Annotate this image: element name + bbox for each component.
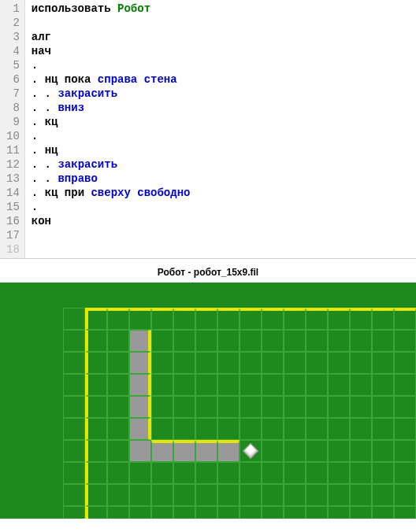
grid-cell bbox=[372, 396, 394, 418]
line-number: 16 bbox=[6, 214, 20, 228]
code-line[interactable]: . . закрасить bbox=[32, 157, 410, 172]
grid-cell bbox=[284, 418, 306, 440]
code-line[interactable] bbox=[32, 16, 410, 30]
grid-cell bbox=[284, 352, 306, 374]
grid-cell bbox=[129, 418, 151, 440]
grid-cell bbox=[350, 308, 372, 330]
grid-cell bbox=[195, 462, 217, 484]
grid-cell bbox=[173, 440, 195, 462]
grid-cell bbox=[129, 506, 151, 519]
grid-cell bbox=[262, 396, 284, 418]
robot-field-panel: Робот - робот_15x9.fil bbox=[0, 259, 416, 519]
grid-cell bbox=[328, 418, 350, 440]
grid-cell bbox=[262, 352, 284, 374]
line-number: 7 bbox=[6, 87, 20, 101]
grid-cell bbox=[129, 374, 151, 396]
code-line[interactable] bbox=[32, 242, 410, 257]
grid-cell bbox=[107, 418, 129, 440]
grid-cell bbox=[129, 484, 151, 506]
code-line[interactable]: . кц при сверху свободно bbox=[32, 186, 410, 200]
grid-cell bbox=[284, 330, 306, 352]
grid-cell bbox=[240, 374, 262, 396]
line-number: 10 bbox=[6, 129, 20, 143]
grid-cell bbox=[394, 418, 416, 440]
grid-cell bbox=[129, 440, 151, 462]
grid-cell bbox=[85, 506, 107, 519]
line-number: 6 bbox=[6, 72, 20, 87]
grid-cell bbox=[306, 484, 328, 506]
grid-cell bbox=[107, 440, 129, 462]
code-line[interactable]: . bbox=[32, 58, 410, 72]
grid-cell bbox=[63, 352, 85, 374]
grid-cell bbox=[151, 374, 173, 396]
code-line[interactable]: кон bbox=[32, 214, 410, 228]
grid-cell bbox=[328, 506, 350, 519]
grid-cell bbox=[240, 330, 262, 352]
grid-cell bbox=[328, 308, 350, 330]
grid-cell bbox=[151, 396, 173, 418]
code-line[interactable]: . . вниз bbox=[32, 101, 410, 115]
code-line[interactable]: . кц bbox=[32, 115, 410, 129]
grid-cell bbox=[173, 462, 195, 484]
grid-cell bbox=[306, 506, 328, 519]
grid-cell bbox=[173, 418, 195, 440]
grid-cell bbox=[151, 462, 173, 484]
code-line[interactable]: использовать Робот bbox=[32, 2, 410, 16]
grid-cell bbox=[372, 418, 394, 440]
code-line[interactable]: . bbox=[32, 200, 410, 214]
grid-cell bbox=[240, 418, 262, 440]
grid-cell bbox=[63, 374, 85, 396]
grid-cell bbox=[350, 330, 372, 352]
grid-cell bbox=[350, 352, 372, 374]
line-number: 1 bbox=[6, 2, 20, 16]
grid-cell bbox=[284, 440, 306, 462]
grid-cell bbox=[262, 374, 284, 396]
grid-cell bbox=[151, 484, 173, 506]
grid-cell bbox=[306, 352, 328, 374]
grid-cell bbox=[217, 418, 240, 440]
grid-cell bbox=[262, 506, 284, 519]
grid-cell bbox=[240, 506, 262, 519]
grid-cell bbox=[85, 352, 107, 374]
grid-cell bbox=[394, 330, 416, 352]
grid-cell bbox=[284, 396, 306, 418]
line-number: 4 bbox=[6, 44, 20, 58]
code-area[interactable]: использовать Роботалгнач.. нц пока справ… bbox=[25, 0, 416, 258]
grid-cell bbox=[240, 484, 262, 506]
grid-cell bbox=[107, 484, 129, 506]
grid-cell bbox=[85, 308, 107, 330]
line-number: 15 bbox=[6, 200, 20, 214]
grid-cell bbox=[262, 484, 284, 506]
code-line[interactable]: алг bbox=[32, 30, 410, 44]
grid-cell bbox=[173, 308, 195, 330]
grid-cell bbox=[217, 330, 240, 352]
grid-cell bbox=[306, 440, 328, 462]
code-line[interactable]: . . закрасить bbox=[32, 87, 410, 101]
grid-cell bbox=[129, 330, 151, 352]
grid-cell bbox=[173, 396, 195, 418]
grid-cell bbox=[151, 308, 173, 330]
grid-cell bbox=[306, 418, 328, 440]
line-number: 18 bbox=[6, 242, 20, 257]
grid-cell bbox=[63, 330, 85, 352]
grid-cell bbox=[350, 440, 372, 462]
grid-cell bbox=[195, 330, 217, 352]
code-line[interactable]: . bbox=[32, 129, 410, 143]
grid-cell bbox=[63, 484, 85, 506]
grid-cell bbox=[63, 418, 85, 440]
code-line[interactable]: . нц bbox=[32, 143, 410, 157]
grid-cell bbox=[328, 440, 350, 462]
code-line[interactable]: нач bbox=[32, 44, 410, 58]
grid-cell bbox=[195, 440, 217, 462]
code-line[interactable] bbox=[32, 228, 410, 242]
grid-cell bbox=[350, 418, 372, 440]
grid-cell bbox=[372, 462, 394, 484]
grid-cell bbox=[173, 484, 195, 506]
line-number: 9 bbox=[6, 115, 20, 129]
code-line[interactable]: . . вправо bbox=[32, 172, 410, 186]
grid-cell bbox=[195, 418, 217, 440]
code-line[interactable]: . нц пока справа стена bbox=[32, 72, 410, 87]
grid-cell bbox=[284, 484, 306, 506]
grid-cell bbox=[107, 352, 129, 374]
grid-cell bbox=[217, 352, 240, 374]
